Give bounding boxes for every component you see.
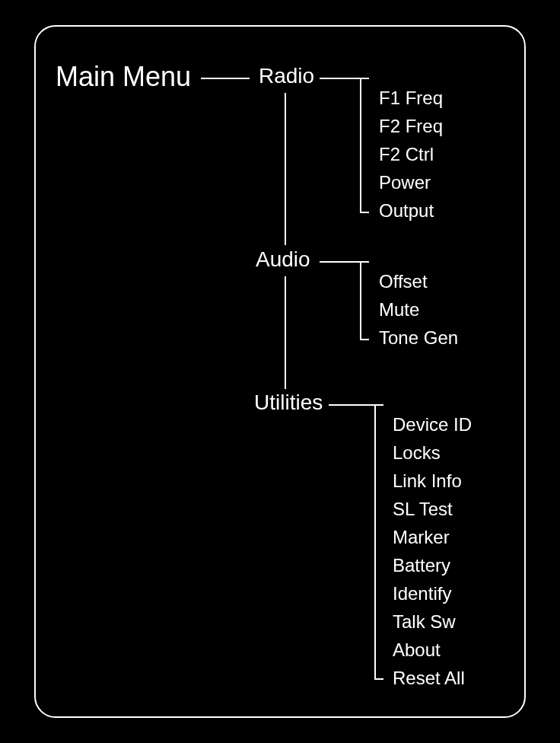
menu-item-talk-sw[interactable]: Talk Sw [393,607,456,636]
menu-item-output[interactable]: Output [379,196,434,225]
menu-item-locks[interactable]: Locks [393,438,441,467]
menu-item-battery[interactable]: Battery [393,551,450,579]
bracket-audio [360,261,369,340]
menu-item-f2-ctrl[interactable]: F2 Ctrl [379,140,434,168]
category-radio[interactable]: Radio [259,64,314,88]
connector-line [201,78,250,79]
menu-item-device-id[interactable]: Device ID [393,410,472,438]
connector-line [329,404,374,406]
menu-item-about[interactable]: About [393,636,441,664]
menu-item-f1-freq[interactable]: F1 Freq [379,84,443,112]
menu-item-tone-gen[interactable]: Tone Gen [379,324,458,352]
menu-item-reset-all[interactable]: Reset All [393,664,465,692]
bracket-utilities [374,404,383,680]
connector-line [320,261,360,263]
connector-line [320,78,360,79]
menu-item-link-info[interactable]: Link Info [393,467,462,495]
category-audio[interactable]: Audio [256,247,310,272]
menu-item-offset[interactable]: Offset [379,267,428,295]
menu-item-f2-freq[interactable]: F2 Freq [379,112,443,140]
main-menu-title: Main Menu [56,61,191,93]
connector-line [285,93,286,245]
connector-line [285,276,286,389]
menu-item-marker[interactable]: Marker [393,523,450,551]
menu-item-identify[interactable]: Identify [393,579,451,607]
menu-item-mute[interactable]: Mute [379,295,419,324]
category-utilities[interactable]: Utilities [254,391,323,415]
menu-item-sl-test[interactable]: SL Test [393,495,453,523]
menu-item-power[interactable]: Power [379,168,431,196]
bracket-radio [360,78,369,213]
